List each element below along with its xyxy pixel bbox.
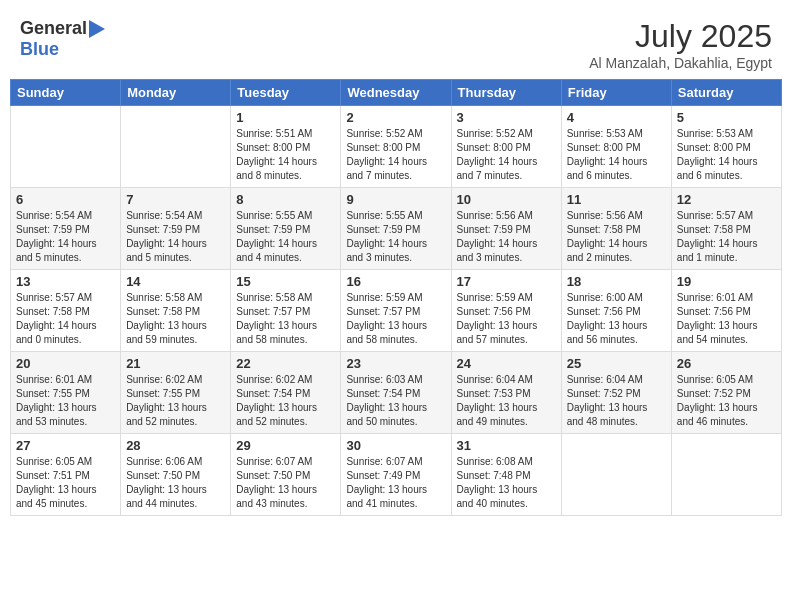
day-number: 1 [236,110,335,125]
calendar-cell [671,434,781,516]
day-number: 5 [677,110,776,125]
logo: General Blue [20,18,105,60]
day-info: Sunrise: 5:52 AM Sunset: 8:00 PM Dayligh… [346,127,445,183]
calendar-cell: 13Sunrise: 5:57 AM Sunset: 7:58 PM Dayli… [11,270,121,352]
calendar-cell: 10Sunrise: 5:56 AM Sunset: 7:59 PM Dayli… [451,188,561,270]
logo-blue-text: Blue [20,39,59,60]
calendar-cell: 18Sunrise: 6:00 AM Sunset: 7:56 PM Dayli… [561,270,671,352]
calendar-cell: 29Sunrise: 6:07 AM Sunset: 7:50 PM Dayli… [231,434,341,516]
day-number: 13 [16,274,115,289]
calendar-cell [561,434,671,516]
day-number: 15 [236,274,335,289]
calendar-header-monday: Monday [121,80,231,106]
calendar-cell: 3Sunrise: 5:52 AM Sunset: 8:00 PM Daylig… [451,106,561,188]
day-info: Sunrise: 6:06 AM Sunset: 7:50 PM Dayligh… [126,455,225,511]
day-info: Sunrise: 6:05 AM Sunset: 7:52 PM Dayligh… [677,373,776,429]
day-info: Sunrise: 5:52 AM Sunset: 8:00 PM Dayligh… [457,127,556,183]
day-number: 7 [126,192,225,207]
calendar-week-row: 20Sunrise: 6:01 AM Sunset: 7:55 PM Dayli… [11,352,782,434]
calendar-cell: 21Sunrise: 6:02 AM Sunset: 7:55 PM Dayli… [121,352,231,434]
calendar-cell: 6Sunrise: 5:54 AM Sunset: 7:59 PM Daylig… [11,188,121,270]
calendar-cell: 11Sunrise: 5:56 AM Sunset: 7:58 PM Dayli… [561,188,671,270]
day-info: Sunrise: 6:04 AM Sunset: 7:52 PM Dayligh… [567,373,666,429]
day-number: 10 [457,192,556,207]
day-number: 18 [567,274,666,289]
day-info: Sunrise: 5:54 AM Sunset: 7:59 PM Dayligh… [126,209,225,265]
day-number: 21 [126,356,225,371]
day-info: Sunrise: 5:59 AM Sunset: 7:56 PM Dayligh… [457,291,556,347]
location-subtitle: Al Manzalah, Dakahlia, Egypt [589,55,772,71]
day-info: Sunrise: 5:58 AM Sunset: 7:57 PM Dayligh… [236,291,335,347]
calendar-cell: 14Sunrise: 5:58 AM Sunset: 7:58 PM Dayli… [121,270,231,352]
calendar-cell: 20Sunrise: 6:01 AM Sunset: 7:55 PM Dayli… [11,352,121,434]
day-info: Sunrise: 5:59 AM Sunset: 7:57 PM Dayligh… [346,291,445,347]
calendar-cell: 28Sunrise: 6:06 AM Sunset: 7:50 PM Dayli… [121,434,231,516]
logo-general-text: General [20,18,87,39]
calendar-header-tuesday: Tuesday [231,80,341,106]
day-number: 24 [457,356,556,371]
calendar-cell: 25Sunrise: 6:04 AM Sunset: 7:52 PM Dayli… [561,352,671,434]
day-info: Sunrise: 6:02 AM Sunset: 7:55 PM Dayligh… [126,373,225,429]
calendar-cell: 4Sunrise: 5:53 AM Sunset: 8:00 PM Daylig… [561,106,671,188]
calendar-week-row: 13Sunrise: 5:57 AM Sunset: 7:58 PM Dayli… [11,270,782,352]
day-info: Sunrise: 5:57 AM Sunset: 7:58 PM Dayligh… [677,209,776,265]
day-info: Sunrise: 5:53 AM Sunset: 8:00 PM Dayligh… [567,127,666,183]
day-number: 9 [346,192,445,207]
day-info: Sunrise: 5:53 AM Sunset: 8:00 PM Dayligh… [677,127,776,183]
calendar-cell: 8Sunrise: 5:55 AM Sunset: 7:59 PM Daylig… [231,188,341,270]
day-number: 8 [236,192,335,207]
day-info: Sunrise: 6:01 AM Sunset: 7:56 PM Dayligh… [677,291,776,347]
day-info: Sunrise: 6:07 AM Sunset: 7:49 PM Dayligh… [346,455,445,511]
day-info: Sunrise: 6:03 AM Sunset: 7:54 PM Dayligh… [346,373,445,429]
month-year-title: July 2025 [589,18,772,55]
day-info: Sunrise: 6:02 AM Sunset: 7:54 PM Dayligh… [236,373,335,429]
day-info: Sunrise: 5:56 AM Sunset: 7:59 PM Dayligh… [457,209,556,265]
day-info: Sunrise: 6:01 AM Sunset: 7:55 PM Dayligh… [16,373,115,429]
calendar-cell: 26Sunrise: 6:05 AM Sunset: 7:52 PM Dayli… [671,352,781,434]
day-number: 29 [236,438,335,453]
calendar-cell [11,106,121,188]
calendar-header-saturday: Saturday [671,80,781,106]
day-number: 2 [346,110,445,125]
calendar-cell: 1Sunrise: 5:51 AM Sunset: 8:00 PM Daylig… [231,106,341,188]
day-info: Sunrise: 6:08 AM Sunset: 7:48 PM Dayligh… [457,455,556,511]
calendar-cell: 19Sunrise: 6:01 AM Sunset: 7:56 PM Dayli… [671,270,781,352]
calendar-header-thursday: Thursday [451,80,561,106]
calendar-header-friday: Friday [561,80,671,106]
calendar-header-sunday: Sunday [11,80,121,106]
calendar-cell: 12Sunrise: 5:57 AM Sunset: 7:58 PM Dayli… [671,188,781,270]
day-number: 31 [457,438,556,453]
day-number: 26 [677,356,776,371]
calendar-cell: 22Sunrise: 6:02 AM Sunset: 7:54 PM Dayli… [231,352,341,434]
calendar-cell: 7Sunrise: 5:54 AM Sunset: 7:59 PM Daylig… [121,188,231,270]
day-info: Sunrise: 5:58 AM Sunset: 7:58 PM Dayligh… [126,291,225,347]
calendar-cell: 5Sunrise: 5:53 AM Sunset: 8:00 PM Daylig… [671,106,781,188]
day-number: 3 [457,110,556,125]
day-info: Sunrise: 5:56 AM Sunset: 7:58 PM Dayligh… [567,209,666,265]
day-number: 23 [346,356,445,371]
calendar-cell: 31Sunrise: 6:08 AM Sunset: 7:48 PM Dayli… [451,434,561,516]
day-number: 19 [677,274,776,289]
day-number: 6 [16,192,115,207]
day-number: 22 [236,356,335,371]
calendar-header-row: SundayMondayTuesdayWednesdayThursdayFrid… [11,80,782,106]
calendar-week-row: 6Sunrise: 5:54 AM Sunset: 7:59 PM Daylig… [11,188,782,270]
day-info: Sunrise: 6:05 AM Sunset: 7:51 PM Dayligh… [16,455,115,511]
calendar-cell [121,106,231,188]
day-number: 27 [16,438,115,453]
title-section: July 2025 Al Manzalah, Dakahlia, Egypt [589,18,772,71]
calendar-week-row: 1Sunrise: 5:51 AM Sunset: 8:00 PM Daylig… [11,106,782,188]
day-number: 16 [346,274,445,289]
day-number: 28 [126,438,225,453]
calendar-cell: 24Sunrise: 6:04 AM Sunset: 7:53 PM Dayli… [451,352,561,434]
page-header: General Blue July 2025 Al Manzalah, Daka… [10,10,782,75]
day-number: 4 [567,110,666,125]
day-number: 20 [16,356,115,371]
day-info: Sunrise: 5:55 AM Sunset: 7:59 PM Dayligh… [236,209,335,265]
calendar-cell: 30Sunrise: 6:07 AM Sunset: 7:49 PM Dayli… [341,434,451,516]
day-info: Sunrise: 5:55 AM Sunset: 7:59 PM Dayligh… [346,209,445,265]
calendar-table: SundayMondayTuesdayWednesdayThursdayFrid… [10,79,782,516]
calendar-cell: 27Sunrise: 6:05 AM Sunset: 7:51 PM Dayli… [11,434,121,516]
day-number: 17 [457,274,556,289]
day-info: Sunrise: 5:54 AM Sunset: 7:59 PM Dayligh… [16,209,115,265]
